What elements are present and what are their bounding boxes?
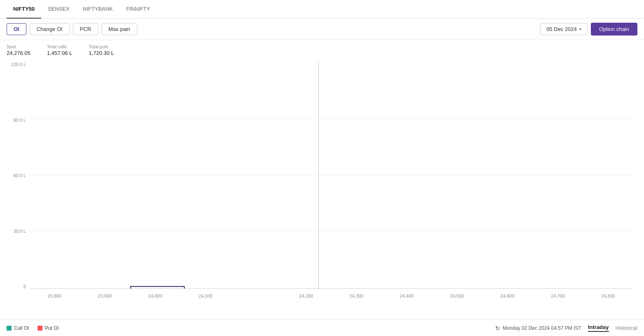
y-label: 90.0 L [7, 118, 29, 123]
option-chain-button[interactable]: Option chain [591, 23, 637, 35]
total-puts-value: 1,720.30 L [89, 50, 114, 56]
spot-value: 24,276.05 [7, 50, 31, 56]
x-label: 24,400 [382, 291, 432, 305]
x-label: 24,200 [281, 291, 331, 305]
tab-nifty50[interactable]: NIFTY50 [7, 0, 41, 19]
x-label: 24,700 [533, 291, 583, 305]
total-calls-value: 1,457.06 L [47, 50, 72, 56]
nav-tabs: NIFTY50 SENSEX NIFTYBANK FINNIFTY [0, 0, 644, 19]
call-oi-legend: Call OI [7, 325, 29, 331]
chevron-down-icon: ▾ [579, 27, 581, 31]
total-puts-label: Total puts [89, 44, 114, 49]
x-label: 24,000 [130, 291, 180, 305]
x-label [230, 291, 281, 305]
y-label: 60.0 L [7, 173, 29, 178]
x-label: 23,800 [29, 291, 80, 305]
x-label: 24,300 [331, 291, 381, 305]
toolbar: OI Change OI PCR Max pain 05 Dec 2024 ▾ … [0, 19, 644, 40]
historical-tab[interactable]: Historical [616, 325, 637, 331]
y-axis: 120.0 L90.0 L60.0 L30.0 L0 [7, 62, 29, 289]
spot-stat: Spot 24,276.05 [7, 44, 31, 56]
refresh-timestamp: Monday 02 Dec 2024 04:57 PM IST [503, 325, 581, 331]
total-calls-stat: Total calls 1,457.06 L [47, 44, 72, 56]
call-oi-label: Call OI [14, 325, 29, 331]
call-oi-color [7, 326, 12, 331]
intraday-tab[interactable]: Intraday [588, 324, 609, 332]
chart-wrapper: 120.0 L90.0 L60.0 L30.0 L0 Spot price: 2… [7, 62, 637, 305]
refresh-info: ↻ Monday 02 Dec 2024 04:57 PM IST [495, 325, 581, 331]
bars-container [29, 62, 633, 289]
refresh-icon: ↻ [495, 325, 500, 331]
x-label: 24,100 [180, 291, 230, 305]
tab-sensex[interactable]: SENSEX [41, 0, 76, 19]
y-label: 0 [7, 284, 29, 289]
y-label: 120.0 L [7, 62, 29, 67]
x-label: 23,900 [80, 291, 130, 305]
oi-button[interactable]: OI [7, 23, 26, 35]
chart-type-buttons: OI Change OI PCR Max pain [7, 23, 137, 35]
total-calls-label: Total calls [47, 44, 72, 49]
put-oi-color [38, 326, 42, 331]
chart-plot: Spot price: 24,276.05 [29, 62, 633, 289]
tab-niftybank[interactable]: NIFTYBANK [76, 0, 120, 19]
chart-area: 120.0 L90.0 L60.0 L30.0 L0 Spot price: 2… [0, 58, 644, 319]
spot-label: Spot [7, 44, 31, 49]
x-label: 24,800 [583, 291, 633, 305]
pcr-button[interactable]: PCR [73, 23, 98, 35]
stats-row: Spot 24,276.05 Total calls 1,457.06 L To… [0, 40, 644, 58]
x-label: 24,500 [432, 291, 482, 305]
max-pain-button[interactable]: Max pain [101, 23, 137, 35]
footer: Call OI Put OI ↻ Monday 02 Dec 2024 04:5… [0, 319, 644, 336]
date-selector[interactable]: 05 Dec 2024 ▾ [540, 23, 588, 35]
total-puts-stat: Total puts 1,720.30 L [89, 44, 114, 56]
x-axis: 23,80023,90024,00024,10024,20024,30024,4… [29, 291, 633, 305]
date-value: 05 Dec 2024 [546, 26, 577, 32]
tab-finnifty[interactable]: FINNIFTY [120, 0, 157, 19]
change-oi-button[interactable]: Change OI [30, 23, 70, 35]
footer-right: ↻ Monday 02 Dec 2024 04:57 PM IST Intrad… [495, 324, 637, 332]
put-oi-legend: Put OI [38, 325, 59, 331]
put-oi-label: Put OI [45, 325, 59, 331]
x-label: 24,600 [482, 291, 533, 305]
chart-legend: Call OI Put OI [7, 325, 59, 331]
y-label: 30.0 L [7, 229, 29, 234]
